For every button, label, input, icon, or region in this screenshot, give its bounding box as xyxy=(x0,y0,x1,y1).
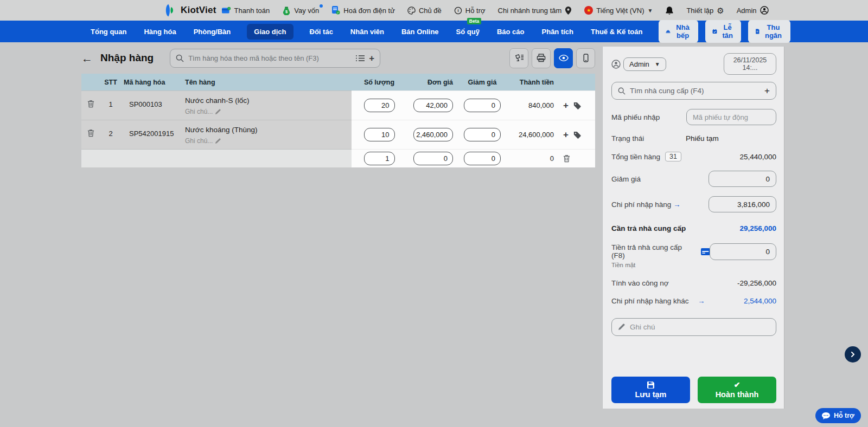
qty-input[interactable]: 10 xyxy=(364,128,395,141)
table-row: 2 SP542001915 Nước khoáng (Thùng) Ghi ch… xyxy=(81,120,595,149)
gear-icon: ⚙ xyxy=(717,7,724,15)
total-goods-label-text: Tổng tiền hàng xyxy=(611,153,660,161)
col-header-qty: Số lượng xyxy=(352,79,407,86)
complete-button[interactable]: ✔ Hoàn thành xyxy=(698,377,776,403)
add-supplier-icon[interactable]: + xyxy=(764,86,770,96)
nav-phan-tich[interactable]: Phân tích xyxy=(541,24,575,40)
topbar-item-label: Hoá đơn điện tử xyxy=(343,7,395,15)
topbar-language-selector[interactable]: ★ Tiếng Việt (VN) ▼ xyxy=(584,6,653,15)
nav-hang-hoa[interactable]: Hàng hóa xyxy=(143,24,177,40)
product-search-input[interactable] xyxy=(188,54,352,62)
kitchen-button[interactable]: Nhà bếp xyxy=(659,20,698,43)
nav-tong-quan[interactable]: Tổng quan xyxy=(90,24,127,40)
payable-label: Cần trả nhà cung cấp xyxy=(611,224,686,232)
list-icon[interactable] xyxy=(356,55,365,62)
arrow-right-icon[interactable]: → xyxy=(673,200,681,209)
order-note-field[interactable] xyxy=(611,318,776,336)
print-button[interactable] xyxy=(532,48,551,68)
chevron-down-icon: ▼ xyxy=(647,8,653,14)
qty-input[interactable]: 1 xyxy=(364,152,395,165)
order-code-input[interactable]: Mã phiếu tự động xyxy=(686,109,776,125)
nav-nhan-vien[interactable]: Nhân viên xyxy=(349,24,385,40)
supplier-search-bar[interactable]: + xyxy=(611,82,776,100)
nav-giao-dich[interactable]: Giao dịch xyxy=(247,24,293,40)
payment-card-icon[interactable] xyxy=(701,248,710,255)
kiotviet-logo[interactable]: KiotViet xyxy=(163,3,216,17)
topbar-item-loans[interactable]: $ Vay vốn xyxy=(282,6,319,15)
einvoice-icon: ✓ xyxy=(331,6,340,15)
back-arrow-icon[interactable]: ← xyxy=(81,53,93,64)
product-search-bar[interactable]: + xyxy=(170,49,380,68)
row-note-text: Ghi chú... xyxy=(185,108,213,115)
kiotviet-logo-icon xyxy=(163,3,177,17)
preview-button[interactable] xyxy=(554,48,573,68)
topbar-item-label: Hỗ trợ xyxy=(465,7,486,15)
paid-label-text: Tiền trả nhà cung cấp (F8) xyxy=(611,243,695,260)
support-button-label: Hỗ trợ xyxy=(834,412,854,419)
table-row: 1 SP000103 Nước chanh-S (lốc) Ghi chú...… xyxy=(81,90,595,120)
code-label: Mã phiếu nhập xyxy=(611,113,660,121)
topbar-item-payments[interactable]: ↓ Thanh toán xyxy=(222,7,270,15)
nav-bao-cao[interactable]: Báo cáo xyxy=(496,24,526,40)
payment-icon: ↓ xyxy=(222,7,231,15)
topbar-item-help[interactable]: i Hỗ trợ Beta xyxy=(454,7,486,15)
order-datetime-picker[interactable]: 26/11/2025 14:... xyxy=(724,53,776,75)
svg-text:i: i xyxy=(457,8,458,13)
status-label: Trạng thái xyxy=(611,134,686,143)
tag-icon[interactable] xyxy=(573,131,581,139)
order-note-input[interactable] xyxy=(630,323,770,331)
price-input[interactable]: 2,460,000 xyxy=(413,128,453,141)
discount-input[interactable]: 0 xyxy=(464,99,501,112)
add-product-icon[interactable]: + xyxy=(369,54,374,63)
floppy-save-icon xyxy=(647,381,654,389)
payable-value: 29,256,000 xyxy=(739,224,776,232)
support-button[interactable]: Hỗ trợ xyxy=(815,408,861,423)
topbar-item-theme[interactable]: Chủ đề xyxy=(407,7,442,15)
reception-button[interactable]: Lễ tân xyxy=(705,20,742,43)
arrow-right-icon[interactable]: → xyxy=(698,297,705,305)
delete-row-icon[interactable] xyxy=(87,129,94,137)
topbar-item-label: Thanh toán xyxy=(234,7,270,15)
col-header-total: Thành tiền xyxy=(505,79,563,86)
row-note[interactable]: Ghi chú... xyxy=(185,108,352,115)
supplier-search-input[interactable] xyxy=(630,87,760,95)
seller-dropdown[interactable]: Admin ▼ xyxy=(623,57,666,71)
mobile-button[interactable] xyxy=(576,48,595,68)
price-input[interactable]: 0 xyxy=(413,152,453,165)
qty-input[interactable]: 20 xyxy=(364,99,395,112)
discount-input[interactable]: 0 xyxy=(709,171,776,187)
add-unit-icon[interactable]: + xyxy=(563,101,569,110)
nav-so-quy[interactable]: Sổ quỹ xyxy=(455,24,481,40)
topbar-branch-selector[interactable]: Chi nhánh trung tâm xyxy=(498,7,572,15)
nav-phong-ban[interactable]: Phòng/Bàn xyxy=(193,24,232,40)
row-product-name: Nước khoáng (Thùng) xyxy=(185,126,352,134)
add-unit-icon[interactable]: + xyxy=(563,130,569,139)
barcode-scanner-button[interactable] xyxy=(509,48,528,68)
delete-row-icon[interactable] xyxy=(87,100,94,108)
row-stt: 1 xyxy=(100,91,122,120)
topbar-notifications[interactable] xyxy=(665,6,674,15)
main-nav: Tổng quan Hàng hóa Phòng/Bàn Giao dịch Đ… xyxy=(0,21,868,42)
discount-input[interactable]: 0 xyxy=(464,152,501,165)
kitchen-button-label: Nhà bếp xyxy=(674,23,691,40)
discount-input[interactable]: 0 xyxy=(464,128,501,141)
tag-icon[interactable] xyxy=(573,102,581,109)
nav-thue-ke-toan[interactable]: Thuế & Kế toán xyxy=(590,24,643,40)
nav-ban-online[interactable]: Bán Online xyxy=(400,24,440,40)
save-draft-button[interactable]: Lưu tạm xyxy=(611,377,690,403)
row-product-name: Nước chanh-S (lốc) xyxy=(185,96,352,105)
nav-doi-tac[interactable]: Đối tác xyxy=(309,24,334,40)
price-input[interactable]: 42,000 xyxy=(413,99,453,112)
topbar-item-settings[interactable]: Thiết lập ⚙ xyxy=(686,7,724,15)
cashier-button[interactable]: Thu ngân xyxy=(748,20,790,43)
chat-bubble-icon xyxy=(822,412,830,419)
col-header-code: Mã hàng hóa xyxy=(122,79,184,86)
topbar-item-einvoice[interactable]: ✓ Hoá đơn điện tử xyxy=(331,6,395,15)
import-cost-input[interactable]: 3,816,000 xyxy=(709,196,776,212)
topbar-item-admin[interactable]: Admin xyxy=(737,6,769,15)
vietnam-flag-icon: ★ xyxy=(584,6,593,15)
collapse-panel-button[interactable] xyxy=(845,346,861,363)
row-note[interactable]: Ghi chú... xyxy=(185,137,352,145)
paid-amount-input[interactable]: 0 xyxy=(710,243,776,260)
delete-row-icon[interactable] xyxy=(563,154,570,163)
